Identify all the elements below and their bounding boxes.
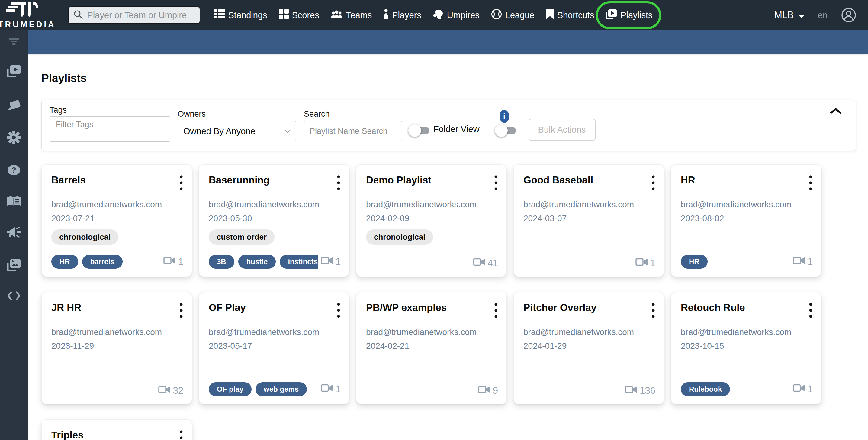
nav-item-league[interactable]: League xyxy=(491,9,534,22)
kebab-menu-button[interactable] xyxy=(491,173,500,193)
sidebar-filter-lines-icon[interactable] xyxy=(7,38,21,45)
tag-pill: HR xyxy=(681,255,708,269)
video-count-value: 41 xyxy=(488,258,498,269)
tag-pill: 3B xyxy=(209,255,235,269)
video-count-value: 1 xyxy=(808,256,813,267)
nav-item-teams[interactable]: Teams xyxy=(331,9,372,21)
kebab-menu-button[interactable] xyxy=(334,173,343,193)
playlist-card[interactable]: OF Play brad@trumedianetworks.com 2023-0… xyxy=(199,292,349,404)
tags-filter-group: Tags xyxy=(50,105,170,142)
playlist-card[interactable]: Pitcher Overlay brad@trumedianetworks.co… xyxy=(514,292,664,404)
sidebar-media-images-icon[interactable] xyxy=(7,258,21,272)
nav-item-scores[interactable]: Scores xyxy=(279,9,319,21)
nav-label: Teams xyxy=(346,10,372,20)
bulk-actions-button[interactable]: Bulk Actions xyxy=(529,119,596,141)
language-switcher[interactable]: en xyxy=(818,10,828,20)
bulk-select-toggle[interactable] xyxy=(496,127,516,135)
tag-pills: 3Bhustleinstincts xyxy=(209,255,318,269)
global-search-input[interactable] xyxy=(87,10,202,21)
nav-item-players[interactable]: Players xyxy=(383,9,421,22)
card-head: HR xyxy=(681,173,813,193)
sidebar-playlists-video-icon[interactable] xyxy=(7,64,21,78)
sidebar-embed-code-icon[interactable] xyxy=(7,291,21,301)
kebab-menu-button[interactable] xyxy=(649,173,658,193)
sidebar-announcements-megaphone-icon[interactable] xyxy=(6,226,22,239)
kebab-icon xyxy=(652,175,655,191)
nav-item-standings[interactable]: Standings xyxy=(214,9,267,21)
video-count-value: 9 xyxy=(493,385,498,396)
nav-label: Standings xyxy=(228,10,267,20)
league-selector[interactable]: MLB xyxy=(774,10,805,21)
kebab-menu-button[interactable] xyxy=(491,300,500,321)
tags-filter-input[interactable] xyxy=(50,116,170,142)
playlist-card[interactable]: HR brad@trumedianetworks.com 2023-08-02 … xyxy=(671,165,822,277)
playlist-title: Triples xyxy=(51,430,83,440)
video-count: 1 xyxy=(163,256,183,267)
sidebar: ? xyxy=(0,30,28,440)
sidebar-glossary-book-icon[interactable] xyxy=(7,196,21,207)
playlist-card[interactable]: Good Baseball brad@trumedianetworks.com … xyxy=(514,165,664,277)
playlist-card[interactable]: JR HR brad@trumedianetworks.com 2023-11-… xyxy=(41,292,192,404)
playlist-date: 2023-11-29 xyxy=(51,341,183,351)
nav-label: Playlists xyxy=(620,10,652,20)
kebab-menu-button[interactable] xyxy=(806,173,815,193)
playlist-title: Retouch Rule xyxy=(681,302,745,313)
kebab-icon xyxy=(180,175,183,191)
kebab-menu-button[interactable] xyxy=(177,300,186,321)
kebab-menu-button[interactable] xyxy=(806,300,815,321)
playlist-card[interactable]: Retouch Rule brad@trumedianetworks.com 2… xyxy=(671,292,822,404)
card-head: Barrels xyxy=(51,173,183,193)
top-nav: TRUMEDIA Standings xyxy=(0,0,868,30)
account-avatar-icon[interactable] xyxy=(841,7,857,23)
playlist-owner: brad@trumedianetworks.com xyxy=(681,327,813,337)
info-icon[interactable]: i xyxy=(499,110,509,123)
nav-item-playlists[interactable]: Playlists xyxy=(606,9,652,22)
trumedia-logo[interactable]: TRUMEDIA xyxy=(0,1,56,29)
playlist-card[interactable]: Barrels brad@trumedianetworks.com 2023-0… xyxy=(41,165,192,277)
video-camera-icon xyxy=(478,385,491,396)
collapse-panel-button[interactable] xyxy=(829,107,843,116)
folder-view-toggle[interactable] xyxy=(409,127,429,135)
playlist-name-search-input[interactable] xyxy=(304,121,402,141)
tag-pill: OF play xyxy=(209,382,252,396)
toggle-knob xyxy=(495,124,508,137)
kebab-icon xyxy=(652,302,655,318)
bulk-select-toggle-wrap: i xyxy=(496,127,516,135)
tag-pills: Rulebook xyxy=(681,382,730,396)
video-count: 1 xyxy=(636,258,655,269)
nav-label: Umpires xyxy=(447,10,479,20)
video-count-value: 1 xyxy=(336,256,341,267)
video-count-value: 1 xyxy=(808,384,813,395)
video-camera-icon xyxy=(321,384,334,395)
sidebar-spray-chart-icon[interactable] xyxy=(7,97,21,111)
kebab-menu-button[interactable] xyxy=(177,428,186,440)
playlist-card[interactable]: PB/WP examples brad@trumedianetworks.com… xyxy=(356,292,507,404)
kebab-icon xyxy=(494,302,497,318)
playlist-card[interactable]: Baserunning brad@trumedianetworks.com 20… xyxy=(199,165,349,277)
tags-label: Tags xyxy=(50,105,170,115)
tag-pill: barrels xyxy=(82,255,123,269)
card-head: Retouch Rule xyxy=(681,301,813,321)
video-count: 41 xyxy=(473,258,498,269)
playlist-card[interactable]: Demo Playlist brad@trumedianetworks.com … xyxy=(356,165,507,277)
nav-item-umpires[interactable]: Umpires xyxy=(433,9,479,22)
playlist-title: Good Baseball xyxy=(523,174,593,186)
video-count: 1 xyxy=(321,256,341,267)
kebab-menu-button[interactable] xyxy=(649,300,658,321)
nav-menu: Standings Scores Teams xyxy=(214,9,653,22)
kebab-icon xyxy=(337,302,340,318)
playlist-owner: brad@trumedianetworks.com xyxy=(523,200,655,209)
sidebar-help-question-icon[interactable]: ? xyxy=(7,164,21,176)
card-head: Baserunning xyxy=(209,173,341,193)
playlist-card[interactable]: Triples brad@trumedianetworks.com xyxy=(41,419,192,440)
caret-down-icon xyxy=(799,10,805,21)
nav-item-shortcuts[interactable]: Shortcuts xyxy=(546,9,594,22)
sidebar-settings-gear-icon[interactable] xyxy=(7,130,21,145)
kebab-menu-button[interactable] xyxy=(177,173,186,193)
video-camera-icon xyxy=(625,385,638,396)
kebab-menu-button[interactable] xyxy=(334,300,343,321)
card-footer: HR 1 xyxy=(681,255,813,269)
owners-select[interactable]: Owned By Anyone xyxy=(178,121,296,141)
playlist-title: Barrels xyxy=(51,174,86,186)
video-count: 1 xyxy=(793,256,813,267)
